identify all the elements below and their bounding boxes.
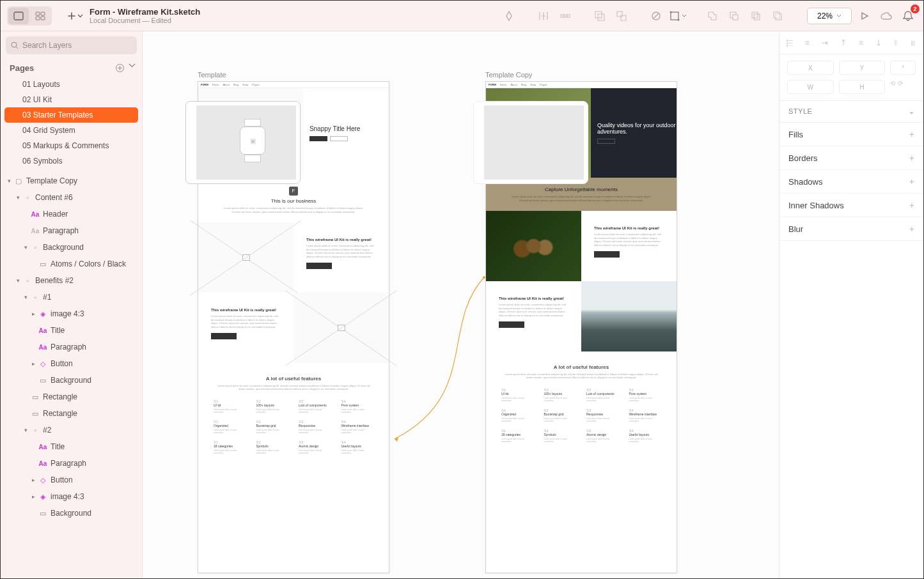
layer-text[interactable]: AaTitle	[1, 438, 142, 455]
align-top-icon[interactable]: ⤒	[840, 38, 847, 47]
layer-text[interactable]: AaParagraph	[1, 222, 142, 239]
y-input[interactable]: Y	[839, 61, 886, 75]
x-input[interactable]: X	[787, 61, 834, 75]
feature-item: S3Lots of componentsLorem ipsum dolor si…	[299, 399, 331, 413]
layer-text[interactable]: AaHeader	[1, 206, 142, 222]
layer-shape[interactable]: ▭Atoms / Colors / Black	[1, 256, 142, 272]
collapse-pages-icon[interactable]	[129, 63, 136, 73]
feature-item: S3Lots of componentsLorem ipsum dolor si…	[586, 388, 619, 402]
layer-text[interactable]: AaParagraph	[1, 339, 142, 355]
cloud-icon[interactable]	[877, 7, 895, 25]
style-section-row[interactable]: Blur+	[779, 217, 923, 241]
align-h-center-icon[interactable]: ≡	[805, 38, 810, 47]
canvas[interactable]: Template FORMHomeAboutBlogShopPages ▣ Sn…	[143, 31, 779, 578]
canvas-view-button[interactable]	[8, 8, 29, 24]
distribute-icon[interactable]: ⫴	[894, 38, 897, 47]
create-symbol-icon[interactable]	[500, 7, 518, 25]
feature-item: S2100+ layoutsLorem ipsum dolor sit amet…	[256, 399, 289, 413]
page-item[interactable]: 01 Layouts	[4, 77, 138, 92]
add-icon[interactable]: +	[909, 153, 914, 163]
page-item[interactable]: 06 Symbols	[4, 153, 138, 169]
group-icon[interactable]	[591, 7, 609, 25]
style-section-row[interactable]: Inner Shadows+	[779, 194, 923, 217]
layer-text[interactable]: AaTitle	[1, 322, 142, 339]
insert-menu[interactable]	[67, 12, 83, 20]
svg-rect-4	[41, 17, 45, 20]
align-controls: ⬱ ≡ ⇥ ⤒ ≡ ⤓ ⫴ ⫼	[779, 31, 923, 54]
align-left-icon[interactable]: ⬱	[786, 38, 793, 47]
mask-icon[interactable]	[647, 7, 665, 25]
style-section-row[interactable]: Borders+	[779, 146, 923, 170]
flip-h-icon[interactable]: ⟲	[890, 80, 895, 94]
feature-item: S3Atomic designLorem ipsum dolor sit ame…	[299, 440, 331, 454]
preview-icon[interactable]	[856, 7, 873, 25]
add-icon[interactable]: +	[909, 176, 914, 187]
notifications-icon[interactable]: 2	[899, 7, 917, 25]
layer-shape[interactable]: ▭Rectangle	[1, 389, 142, 405]
layer-folder[interactable]: ▾▫️Content #6	[1, 189, 142, 206]
artboard-label[interactable]: Template	[198, 71, 226, 79]
layer-text[interactable]: AaParagraph	[1, 455, 142, 472]
search-input[interactable]: Search Layers	[6, 36, 137, 54]
artboard-label[interactable]: Template Copy	[485, 71, 532, 79]
svg-point-14	[670, 11, 672, 13]
svg-rect-0	[14, 12, 23, 20]
union-icon[interactable]	[703, 7, 721, 25]
subtract-icon[interactable]	[725, 7, 743, 25]
scale-icon[interactable]	[669, 7, 687, 25]
artboard-template-copy[interactable]: FORMHomeAboutBlogShopPages Quality video…	[485, 81, 677, 573]
layer-folder[interactable]: ▾▫️Background	[1, 239, 142, 256]
style-header[interactable]: STYLE ⌄	[779, 101, 923, 123]
feature-item: S1OrganizedLorem ipsum dolor sit amet co…	[501, 408, 534, 422]
style-section-row[interactable]: Shadows+	[779, 170, 923, 194]
layer-symbol[interactable]: ▸◇Button	[1, 355, 142, 372]
components-view-button[interactable]	[30, 8, 51, 24]
feature-item: S2SymbolsLorem ipsum dolor sit amet cons…	[256, 440, 289, 454]
page-item[interactable]: 02 UI Kit	[4, 92, 138, 107]
distribute-h-icon[interactable]	[535, 7, 552, 25]
layer-symbol[interactable]: ▸◇Button	[1, 472, 142, 488]
rotation-input[interactable]: °	[890, 61, 916, 75]
align-right-icon[interactable]: ⇥	[822, 38, 828, 47]
add-icon[interactable]: +	[909, 129, 914, 139]
distribute2-icon[interactable]: ⫼	[909, 38, 917, 47]
layer-folder[interactable]: ▾▫️Benefits #2	[1, 272, 142, 289]
feature-item: S1OrganizedLorem ipsum dolor sit amet co…	[214, 420, 246, 434]
ungroup-icon[interactable]	[613, 7, 630, 25]
chevron-down-icon: ⌄	[909, 107, 915, 116]
feature-item: S4Wireframe interfaceLorem ipsum dolor s…	[341, 420, 374, 434]
intersect-icon[interactable]	[747, 7, 765, 25]
add-page-icon[interactable]	[115, 63, 125, 73]
page-item[interactable]: 05 Markups & Comments	[4, 138, 138, 153]
svg-rect-22	[776, 14, 779, 18]
layer-folder[interactable]: ▾▫️#1	[1, 289, 142, 305]
page-item[interactable]: 04 Grid System	[4, 123, 138, 138]
add-icon[interactable]: +	[909, 200, 914, 210]
feature-item: S4Wireframe interfaceLorem ipsum dolor s…	[629, 408, 662, 422]
layer-folder[interactable]: ▾▫️#2	[1, 422, 142, 438]
align-v-center-icon[interactable]: ≡	[859, 38, 863, 47]
align-bottom-icon[interactable]: ⤓	[875, 38, 882, 47]
difference-icon[interactable]	[769, 7, 787, 25]
artboard-template[interactable]: FORMHomeAboutBlogShopPages ▣ Snappy Titl…	[198, 81, 389, 573]
add-icon[interactable]: +	[909, 224, 914, 234]
zoom-select[interactable]: 22%	[807, 8, 852, 24]
svg-rect-13	[671, 12, 678, 20]
svg-rect-2	[41, 12, 45, 15]
style-section-row[interactable]: Fills+	[779, 123, 923, 146]
h-input[interactable]: H	[839, 80, 886, 94]
layer-shape[interactable]: ▭Background	[1, 372, 142, 389]
layer-artboard[interactable]: ▾▢Template Copy	[1, 173, 142, 189]
w-input[interactable]: W	[787, 80, 834, 94]
tidy-icon[interactable]	[556, 7, 574, 25]
page-item[interactable]: 03 Starter Templates	[4, 107, 138, 123]
feature-item: S3ResponsiveLorem ipsum dolor sit amet c…	[299, 420, 331, 434]
inspector: ⬱ ≡ ⇥ ⤒ ≡ ⤓ ⫴ ⫼ X Y ° W H ⟲ ⟳ STYLE ⌄ Fi…	[779, 31, 923, 578]
layer-symbol[interactable]: ▸◈image 4:3	[1, 488, 142, 505]
layer-shape[interactable]: ▭Background	[1, 505, 142, 521]
layer-shape[interactable]: ▭Rectangle	[1, 405, 142, 422]
svg-rect-3	[36, 17, 40, 20]
layer-symbol[interactable]: ▸◈image 4:3	[1, 305, 142, 322]
flip-v-icon[interactable]: ⟳	[898, 80, 903, 94]
feature-item: S3ResponsiveLorem ipsum dolor sit amet c…	[586, 408, 619, 422]
